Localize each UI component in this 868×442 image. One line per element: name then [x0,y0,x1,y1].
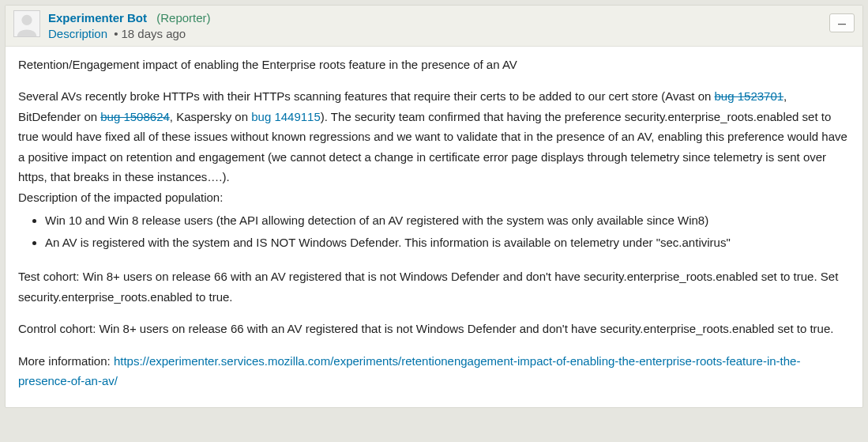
more-info: More information: https://experimenter.s… [18,351,850,391]
control-cohort: Control cohort: Win 8+ users on release … [18,319,850,339]
bug-link-1449115[interactable]: bug 1449115 [251,110,321,123]
text-fragment: Several AVs recently broke HTTPs with th… [18,89,715,103]
author-link[interactable]: Experimenter Bot [48,11,147,25]
comment-header: Experimenter Bot (Reporter) Description … [6,6,862,47]
list-item: Win 10 and Win 8 release users (the API … [45,210,850,231]
body-paragraph: Several AVs recently broke HTTPs with th… [18,86,850,187]
more-info-label: More information: [18,354,114,368]
minus-icon: – [838,16,846,30]
separator: • [111,27,121,40]
comment-container: Experimenter Bot (Reporter) Description … [5,5,863,408]
more-info-link[interactable]: https://experimenter.services.mozilla.co… [18,354,800,388]
body-title: Retention/Engagement impact of enabling … [18,55,850,75]
avatar-placeholder-icon [14,11,39,36]
reporter-badge: (Reporter) [156,11,210,25]
bug-link-1523701[interactable]: bug 1523701 [715,89,784,103]
description-link[interactable]: Description [48,27,107,40]
test-cohort: Test cohort: Win 8+ users on release 66 … [18,266,850,307]
svg-point-0 [21,15,32,25]
comment-body: Retention/Engagement impact of enabling … [6,47,862,407]
population-list: Win 10 and Win 8 release users (the API … [18,210,850,252]
population-label: Description of the impacted population: [18,187,850,208]
list-item: An AV is registered with the system and … [45,232,850,253]
avatar [13,10,40,37]
bug-link-1508624[interactable]: bug 1508624 [100,110,170,123]
collapse-button[interactable]: – [829,13,855,32]
author-meta: Experimenter Bot (Reporter) Description … [48,10,211,43]
timestamp: 18 days ago [121,27,186,40]
text-fragment: , Kaspersky on [170,110,251,123]
